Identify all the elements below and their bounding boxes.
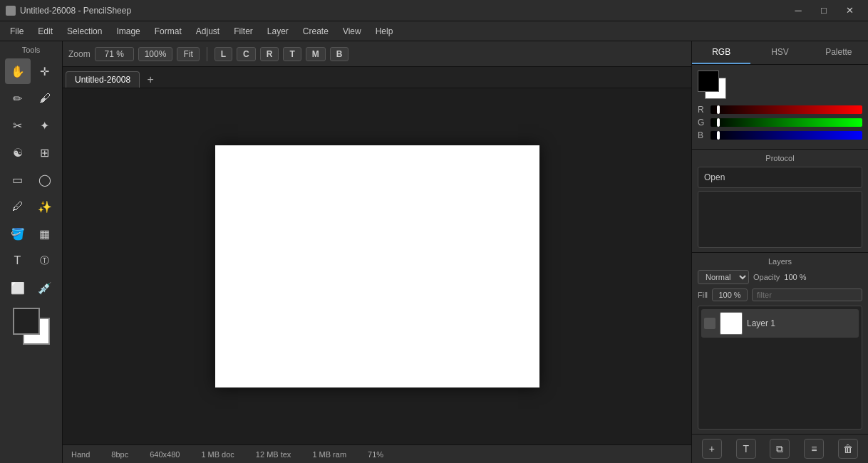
rectangle-tool[interactable]: ▭ (5, 167, 31, 192)
move-tool[interactable]: ✛ (32, 58, 58, 84)
menu-file[interactable]: File (3, 24, 31, 39)
channel-row-b: B (698, 130, 862, 140)
fill-input[interactable] (712, 288, 748, 301)
menu-adjust[interactable]: Adjust (189, 24, 227, 39)
separator (207, 47, 207, 61)
titlebar: Untitled-26008 - PencilSheep ─ □ ✕ (0, 0, 868, 21)
color-section: R G B (692, 65, 868, 149)
halftone-tool[interactable]: ▦ (32, 221, 58, 246)
pen-tool[interactable]: 🖊 (5, 194, 31, 219)
grid-tool[interactable]: ⊞ (32, 140, 58, 165)
brush-tool[interactable]: 🖌 (32, 85, 58, 111)
eyedropper-tool[interactable]: 💉 (32, 275, 58, 301)
text-tool[interactable]: T (5, 248, 31, 274)
tab-untitled[interactable]: Untitled-26008 (66, 71, 140, 88)
tab-hsv[interactable]: HSV (750, 41, 809, 64)
tool-row-1: ✋ ✛ (5, 58, 58, 84)
duplicate-layer-button[interactable]: ⧉ (770, 439, 790, 459)
status-tex: 12 MB tex (256, 450, 291, 459)
ellipse-tool[interactable]: ◯ (32, 167, 58, 192)
tab-label: Untitled-26008 (75, 75, 130, 85)
blend-mode-select[interactable]: Normal Multiply Screen (698, 270, 749, 284)
magic-tool[interactable]: ✨ (32, 194, 58, 219)
channel-r-thumb (717, 105, 720, 114)
foreground-color[interactable] (13, 308, 40, 335)
protocol-section: Protocol Open (692, 149, 868, 252)
scissors-tool[interactable]: ✂ (5, 113, 31, 138)
close-button[interactable]: ✕ (837, 0, 862, 21)
status-size: 640x480 (150, 450, 180, 459)
fill-row: Fill (698, 288, 862, 301)
menu-create[interactable]: Create (296, 24, 336, 39)
align-bottom-button[interactable]: B (330, 47, 349, 61)
minimize-button[interactable]: ─ (785, 0, 811, 21)
tool-row-6: 🖊 ✨ (5, 194, 58, 219)
channel-row-r: R (698, 105, 862, 115)
menu-selection[interactable]: Selection (60, 24, 109, 39)
crop-tool[interactable]: ⬜ (5, 275, 31, 301)
right-panel: RGB HSV Palette R G (691, 41, 868, 463)
zoom-label: Zoom (68, 49, 91, 59)
menu-edit[interactable]: Edit (31, 24, 60, 39)
tool-row-9: ⬜ 💉 (5, 275, 58, 301)
channel-g-thumb (717, 118, 720, 127)
channel-g-slider[interactable] (711, 118, 862, 127)
layer-name: Layer 1 (747, 318, 775, 328)
zoom-100-button[interactable]: 100% (138, 47, 173, 61)
align-center-button[interactable]: C (237, 47, 256, 61)
align-right-button[interactable]: R (260, 47, 279, 61)
menu-format[interactable]: Format (148, 24, 189, 39)
tab-rgb[interactable]: RGB (692, 41, 750, 64)
add-layer-button[interactable]: + (702, 439, 722, 459)
menu-filter[interactable]: Filter (227, 24, 260, 39)
hand-tool[interactable]: ✋ (5, 58, 31, 84)
channel-b-label: B (698, 130, 706, 140)
tab-palette[interactable]: Palette (810, 41, 868, 64)
opacity-label: Opacity (753, 273, 780, 281)
channel-g-label: G (698, 118, 706, 128)
list-item[interactable]: Layer 1 (701, 309, 859, 338)
titlebar-left: Untitled-26008 - PencilSheep (6, 6, 131, 16)
menu-help[interactable]: Help (368, 24, 401, 39)
zoom-fit-button[interactable]: Fit (177, 47, 199, 61)
fingerprint-tool[interactable]: ☯ (5, 140, 31, 165)
foreground-color-square[interactable] (698, 71, 719, 92)
app-icon (6, 6, 16, 16)
align-middle-button[interactable]: M (306, 47, 326, 61)
document-canvas[interactable] (215, 145, 539, 387)
tool-row-5: ▭ ◯ (5, 167, 58, 192)
fill-tool[interactable]: 🪣 (5, 221, 31, 246)
textbox-tool[interactable]: Ⓣ (32, 248, 58, 274)
maximize-button[interactable]: □ (811, 0, 837, 21)
color-square[interactable] (698, 71, 726, 99)
menu-layer[interactable]: Layer (260, 24, 296, 39)
color-tabs: RGB HSV Palette (692, 41, 868, 65)
menu-image[interactable]: Image (109, 24, 147, 39)
layer-settings-button[interactable]: ≡ (804, 439, 824, 459)
channel-r-slider[interactable] (711, 105, 862, 114)
eraser-tool[interactable]: ✦ (32, 113, 58, 138)
window-title: Untitled-26008 - PencilSheep (20, 6, 131, 16)
layers-title: Layers (698, 257, 862, 266)
channel-b-slider[interactable] (711, 131, 862, 140)
protocol-open-label: Open (704, 172, 725, 182)
text-layer-button[interactable]: T (736, 439, 756, 459)
layer-visibility-toggle[interactable] (704, 318, 715, 329)
color-preview-area (698, 71, 862, 99)
color-swatch[interactable] (13, 308, 50, 345)
layers-section: Layers Normal Multiply Screen Opacity 10… (692, 252, 868, 434)
status-bpc: 8bpc (111, 450, 128, 459)
zoom-input[interactable] (95, 47, 134, 61)
align-left-button[interactable]: L (215, 47, 232, 61)
menu-view[interactable]: View (336, 24, 368, 39)
layers-actions: + T ⧉ ≡ 🗑 (692, 434, 868, 463)
pencil-tool[interactable]: ✏ (5, 85, 31, 111)
align-top-button[interactable]: T (283, 47, 301, 61)
window-controls[interactable]: ─ □ ✕ (785, 0, 862, 21)
add-tab-button[interactable]: + (143, 72, 158, 88)
delete-layer-button[interactable]: 🗑 (838, 439, 858, 459)
toolbar-title: Tools (22, 46, 41, 54)
filter-input[interactable] (752, 288, 862, 301)
protocol-open[interactable]: Open (698, 167, 862, 188)
canvas-area[interactable] (63, 88, 691, 444)
